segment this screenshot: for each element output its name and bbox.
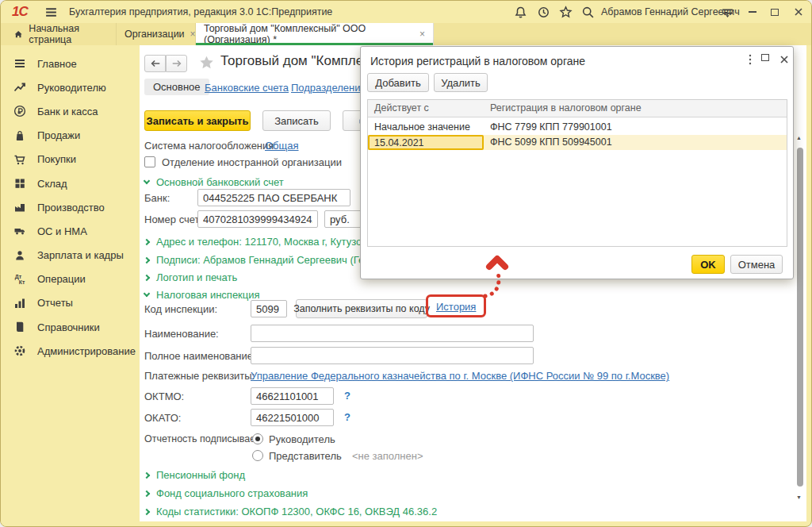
cell-valid-from[interactable]: 15.04.2021 — [368, 135, 484, 150]
delete-button[interactable]: Удалить — [434, 73, 488, 92]
table-header-row: Действует с Регистрация в налоговом орга… — [368, 100, 787, 117]
full-name-label: Полное наименование: — [144, 350, 256, 362]
section-address-phone[interactable]: Адрес и телефон: 121170, Москва г, Кутуз… — [144, 236, 389, 248]
dialog-close-icon[interactable] — [779, 53, 789, 67]
full-name-input[interactable] — [251, 347, 534, 364]
oktmo-label: ОКТМО: — [144, 390, 184, 402]
payment-details-label: Платежные реквизиты: — [144, 370, 255, 382]
scroll-down-icon[interactable]: ▼ — [796, 494, 802, 500]
signer-head-radio[interactable] — [252, 433, 263, 444]
section-title: Фонд социального страхования — [156, 487, 308, 499]
close-button[interactable] — [789, 4, 808, 20]
sidebar-item-proizvodstvo[interactable]: Производство — [1, 195, 140, 219]
tax-system-link[interactable]: Общая — [265, 140, 299, 152]
section-tax-inspection[interactable]: Налоговая инспекция — [144, 289, 260, 301]
sidebar-item-zarplata[interactable]: Зарплата и кадры — [1, 244, 140, 267]
section-title: Адрес и телефон: 121170, Москва г, Кутуз… — [156, 236, 389, 248]
section-social-insurance[interactable]: Фонд социального страхования — [144, 487, 308, 499]
dialog-more-icon[interactable] — [745, 53, 756, 69]
factory-icon — [13, 201, 27, 213]
notifications-bell-icon[interactable] — [511, 3, 529, 21]
save-button[interactable]: Записать — [262, 110, 331, 131]
chevron-right-icon — [144, 256, 150, 263]
okato-input[interactable] — [251, 409, 334, 426]
foreign-branch-checkbox[interactable] — [144, 156, 155, 167]
sidebar-item-spravochniki[interactable]: Справочники — [1, 315, 140, 339]
maximize-button[interactable] — [765, 4, 784, 20]
tax-system-label: Система налогообложения: — [144, 140, 277, 152]
save-close-button[interactable]: Записать и закрыть — [144, 110, 251, 131]
forward-button[interactable] — [166, 55, 187, 72]
sidebar-item-glavnoe[interactable]: Главное — [1, 52, 140, 75]
sidebar: Главное Руководителю Банк и касса Продаж… — [1, 45, 140, 527]
sidebar-item-bank-kassa[interactable]: Банк и касса — [1, 99, 140, 123]
cancel-button[interactable]: Отмена — [730, 255, 783, 274]
scrollbar-thumb[interactable] — [797, 148, 803, 487]
cell-valid-from[interactable]: Начальное значение — [368, 120, 484, 135]
fill-by-code-button[interactable]: Заполнить реквизиты по коду — [296, 299, 427, 318]
sidebar-item-label: Склад — [37, 178, 67, 190]
currency-input[interactable] — [324, 210, 362, 228]
section-logo-stamp[interactable]: Логотип и печать — [144, 271, 237, 283]
section-main-bank-account[interactable]: Основной банковский счет — [144, 176, 284, 188]
form-tab-departments[interactable]: Подразделения — [291, 82, 366, 94]
signer-rep-radio[interactable] — [252, 450, 263, 461]
name-input[interactable] — [251, 325, 534, 342]
oktmo-input[interactable] — [251, 387, 334, 405]
sidebar-item-label: Администрирование — [37, 345, 136, 357]
sidebar-item-label: Банк и касса — [37, 106, 98, 117]
oktmo-help-icon[interactable]: ? — [344, 390, 350, 402]
dtkt-icon: ДтКт — [13, 274, 27, 285]
service-settings-icon[interactable] — [718, 3, 736, 21]
form-tab-bank-accounts[interactable]: Банковские счета — [205, 82, 289, 94]
ok-button[interactable]: OK — [691, 255, 725, 274]
sidebar-item-os-nma[interactable]: ОС и НМА — [1, 219, 140, 243]
sidebar-item-label: Справочники — [37, 321, 100, 333]
sidebar-item-pokupki[interactable]: Покупки — [1, 148, 140, 171]
sidebar-item-prodazhi[interactable]: Продажи — [1, 124, 140, 148]
app-title: Бухгалтерия предприятия, редакция 3.0 1С… — [69, 6, 332, 17]
add-button[interactable]: Добавить — [367, 73, 429, 92]
form-tab-main[interactable]: Основное — [144, 79, 209, 95]
sidebar-item-label: Главное — [37, 58, 77, 70]
tax-registration-history-dialog: История регистраций в налоговом органе Д… — [360, 46, 794, 279]
back-button[interactable] — [144, 55, 166, 72]
tab-close-icon[interactable]: × — [190, 29, 196, 40]
sidebar-item-otchety[interactable]: Отчеты — [1, 291, 140, 315]
favorite-star-icon[interactable] — [198, 55, 215, 74]
table-row-selected[interactable]: 15.04.2021 ФНС 5099 КПП 509945001 — [368, 135, 787, 150]
search-icon[interactable] — [579, 3, 596, 21]
bank-input[interactable] — [197, 189, 350, 206]
sidebar-item-operacii[interactable]: ДтКт Операции — [1, 267, 140, 291]
cell-registration[interactable]: ФНС 5099 КПП 509945001 — [484, 135, 787, 150]
main-menu-icon[interactable] — [42, 3, 59, 21]
book-icon — [13, 321, 27, 333]
favorites-star-icon[interactable] — [557, 3, 574, 21]
history-link[interactable]: История — [436, 301, 476, 313]
ruble-icon — [13, 105, 27, 117]
history-clock-icon[interactable] — [534, 3, 552, 21]
sidebar-item-label: Покупки — [37, 153, 76, 165]
sidebar-item-administrirovanie[interactable]: Администрирование — [1, 339, 140, 363]
tab-close-icon[interactable]: × — [419, 29, 425, 40]
name-label: Наименование: — [144, 328, 219, 340]
inspection-code-input[interactable] — [251, 300, 287, 317]
section-statistics-codes[interactable]: Коды статистики: ОКОПФ 12300, ОКФС 16, О… — [144, 506, 437, 517]
scroll-up-icon[interactable]: ▲ — [796, 135, 802, 140]
column-header-valid-from[interactable]: Действует с — [368, 100, 484, 117]
cell-registration[interactable]: ФНС 7799 КПП 779901001 — [484, 120, 787, 135]
dialog-maximize-icon[interactable] — [761, 54, 769, 61]
sidebar-item-sklad[interactable]: Склад — [1, 171, 140, 195]
tab-organizations[interactable]: Организации × — [117, 23, 196, 45]
tab-organization-card[interactable]: Торговый дом "Комплексный" ООО (Организа… — [196, 23, 434, 45]
section-pension-fund[interactable]: Пенсионный фонд — [144, 469, 245, 481]
okato-help-icon[interactable]: ? — [344, 411, 350, 423]
tab-home[interactable]: Начальная страница — [6, 23, 117, 45]
table-row[interactable]: Начальное значение ФНС 7799 КПП 77990100… — [368, 120, 787, 135]
minimize-button[interactable] — [743, 4, 762, 20]
account-number-input[interactable] — [197, 210, 318, 228]
column-header-registration[interactable]: Регистрация в налоговом органе — [484, 100, 787, 117]
payment-details-link[interactable]: Управление Федерального казначейства по … — [251, 370, 669, 382]
registration-history-table: Действует с Регистрация в налоговом орга… — [367, 99, 787, 247]
sidebar-item-rukovoditelyu[interactable]: Руководителю — [1, 75, 140, 99]
